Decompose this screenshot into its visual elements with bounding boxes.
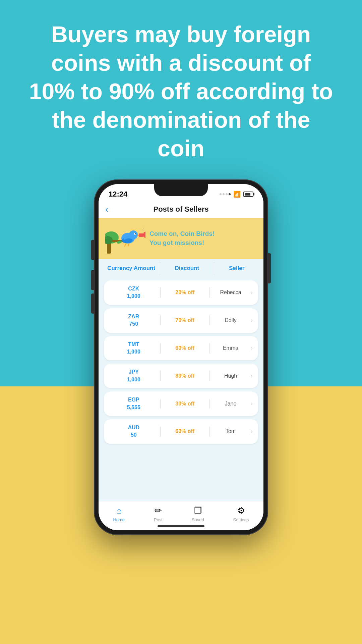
col-header-discount: Discount [163,265,211,272]
divider [160,371,161,381]
table-row[interactable]: ZAR750 70% off Dolly › [104,308,258,333]
table-row[interactable]: AUD50 60% off Tom › [104,419,258,444]
table-header: Currency Amount Discount Seller [99,259,263,278]
home-tab-icon: ⌂ [116,505,122,516]
item-currency: EGP5,555 [109,396,158,411]
svg-line-17 [128,244,129,246]
battery-icon [243,192,253,197]
table-row[interactable]: TMT1,000 60% off Emma › [104,336,258,361]
home-indicator [158,525,204,527]
phone-screen: 12:24 📶 ‹ Posts of Sellers [99,184,263,530]
chevron-right-icon: › [251,344,253,352]
item-currency: TMT1,000 [109,341,158,356]
item-seller: Tom [212,428,249,434]
saved-tab-label: Saved [192,517,204,522]
settings-tab-icon: ⚙ [237,505,245,516]
post-tab-icon: ✏ [155,505,162,516]
item-discount: 60% off [163,428,207,434]
phone-notch [154,184,208,196]
divider [160,315,161,325]
divider [160,287,161,298]
divider [209,287,210,298]
divider [160,426,161,436]
svg-point-6 [129,230,138,239]
signal-icon [220,193,231,195]
divider [209,315,210,325]
item-seller: Emma [212,345,249,351]
settings-tab-label: Settings [233,517,249,522]
col-header-currency: Currency Amount [105,265,157,272]
divider [209,343,210,353]
chevron-right-icon: › [251,289,253,296]
item-seller: Dolly [212,317,249,323]
chevron-right-icon: › [251,428,253,435]
post-tab-label: Post [154,517,163,522]
svg-point-8 [135,233,136,234]
table-row[interactable]: EGP5,555 30% off Jane › [104,391,258,416]
chevron-right-icon: › [251,317,253,324]
divider [209,426,210,436]
page-title: Posts of Sellers [153,205,208,214]
item-discount: 80% off [163,373,207,379]
table-row[interactable]: CZK1,000 20% off Rebecca › [104,280,258,305]
nav-header: ‹ Posts of Sellers [99,201,263,218]
divider [209,371,210,381]
item-currency: CZK1,000 [109,285,158,300]
status-time: 12:24 [109,190,127,199]
svg-line-16 [125,244,126,246]
item-discount: 20% off [163,289,207,296]
item-seller: Rebecca [212,289,249,296]
tab-post[interactable]: ✏Post [154,505,163,522]
tab-home[interactable]: ⌂Home [113,505,125,522]
tab-settings[interactable]: ⚙Settings [233,505,249,522]
table-row[interactable]: JPY1,000 80% off Hugh › [104,364,258,388]
divider [214,262,214,274]
divider [209,399,210,409]
svg-rect-10 [139,233,143,237]
svg-marker-11 [143,231,145,238]
phone-mockup: 12:24 📶 ‹ Posts of Sellers [94,179,268,535]
saved-tab-icon: ❐ [194,505,202,516]
promo-banner: ～ ～ Come on, Coin Birds! You got mission… [99,218,263,259]
divider [160,262,160,274]
divider [160,399,161,409]
back-button[interactable]: ‹ [105,204,108,215]
divider [160,343,161,353]
sellers-list: CZK1,000 20% off Rebecca › ZAR750 70% of… [99,278,263,501]
bird-illustration: ～ ～ [105,223,145,254]
chevron-right-icon: › [251,372,253,379]
item-discount: 30% off [163,401,207,407]
item-currency: ZAR750 [109,313,158,328]
item-currency: JPY1,000 [109,368,158,383]
banner-message: Come on, Coin Birds! You got missions! [149,229,215,247]
headline-text: Buyers may buy foreign coins with a disc… [0,0,362,176]
item-discount: 60% off [163,345,207,351]
status-icons: 📶 [220,191,253,198]
home-tab-label: Home [113,517,125,522]
item-seller: Jane [212,401,249,407]
chevron-right-icon: › [251,400,253,407]
item-discount: 70% off [163,317,207,323]
svg-text:～: ～ [143,227,145,229]
col-header-seller: Seller [217,265,257,272]
item-seller: Hugh [212,373,249,379]
wifi-icon: 📶 [233,191,241,198]
item-currency: AUD50 [109,424,158,439]
tab-saved[interactable]: ❐Saved [192,505,204,522]
